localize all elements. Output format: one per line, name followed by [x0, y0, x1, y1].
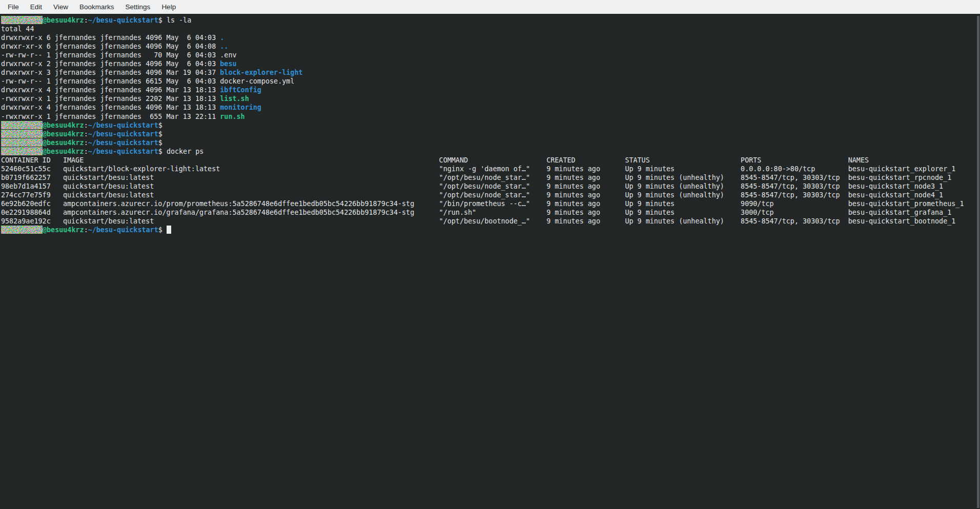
cell-image: quickstart/besu:latest	[63, 191, 439, 199]
command-text: ls -la	[167, 16, 191, 24]
cell-container-id: 52460c51c55c	[1, 165, 63, 173]
cell-ports: 8545-8547/tcp, 30303/tcp	[741, 182, 848, 190]
terminal-line: @besuu4krz:~/besu-quickstart$	[1, 138, 980, 147]
terminal-line: drwxrwxr-x 4 jfernandes jfernandes 4096 …	[1, 86, 980, 94]
prompt-host: @besuu4krz	[43, 226, 84, 234]
prompt-path: ~/besu-quickstart	[88, 148, 158, 155]
cell-ports: 0.0.0.0:80->80/tcp	[741, 165, 848, 173]
terminal-line: @besuu4krz:~/besu-quickstart$	[1, 226, 980, 234]
cell-image: ampcontainers.azurecr.io/prom/prometheus…	[63, 200, 439, 208]
command-text: docker ps	[167, 148, 204, 155]
cell-created: 9 minutes ago	[546, 209, 625, 216]
file-meta: drwxrwxr-x 4 jfernandes jfernandes 4096 …	[1, 86, 220, 94]
cell-names: besu-quickstart_bootnode_1	[848, 217, 956, 225]
file-name: monitoring	[220, 104, 261, 111]
prompt-symbol: $	[158, 148, 167, 155]
col-header: IMAGE	[63, 156, 439, 164]
cell-command: "/opt/besu/node_star…"	[439, 182, 547, 190]
terminal-line: 98eb7d1a4157 quickstart/besu:latest "/op…	[1, 182, 980, 191]
terminal-scrollbar[interactable]	[977, 16, 979, 508]
terminal-line: drwxrwxr-x 2 jfernandes jfernandes 4096 …	[1, 59, 980, 68]
terminal-screen[interactable]: @besuu4krz:~/besu-quickstart$ ls -latota…	[0, 14, 980, 509]
menu-bar: FileEditViewBookmarksSettingsHelp	[0, 0, 980, 14]
cell-status: Up 9 minutes	[625, 200, 741, 208]
cell-command: "/opt/besu/node_star…"	[439, 191, 547, 199]
prompt-symbol: $	[158, 121, 167, 129]
terminal-line: @besuu4krz:~/besu-quickstart$ docker ps	[1, 147, 980, 156]
cell-command: "/opt/besu/bootnode_…"	[439, 217, 547, 225]
prompt-separator: :	[84, 121, 88, 129]
file-meta: drwxrwxr-x 4 jfernandes jfernandes 4096 …	[1, 104, 220, 111]
cell-status: Up 9 minutes (unhealthy)	[625, 174, 741, 181]
file-name: .	[220, 34, 224, 42]
prompt-host: @besuu4krz	[43, 121, 84, 129]
terminal-line: 0e229198864d ampcontainers.azurecr.io/gr…	[1, 208, 980, 217]
menu-item-view[interactable]: View	[48, 0, 74, 14]
terminal-line: @besuu4krz:~/besu-quickstart$	[1, 121, 980, 130]
cell-image: ampcontainers.azurecr.io/grafana/grafana…	[63, 209, 439, 216]
cell-ports: 9090/tcp	[741, 200, 848, 208]
file-name: ibftConfig	[220, 86, 261, 94]
redacted-username	[1, 147, 43, 155]
prompt-symbol: $	[158, 226, 167, 234]
terminal-line: -rw-rw-r-- 1 jfernandes jfernandes 6615 …	[1, 77, 980, 86]
terminal-line: b0719f662257 quickstart/besu:latest "/op…	[1, 173, 980, 182]
cell-command: "/opt/besu/node_star…"	[439, 174, 547, 181]
terminal-line: -rw-rw-r-- 1 jfernandes jfernandes 70 Ma…	[1, 51, 980, 59]
terminal-line: @besuu4krz:~/besu-quickstart$	[1, 130, 980, 138]
prompt-symbol: $	[158, 139, 167, 147]
redacted-username	[1, 130, 43, 138]
terminal-line: total 44	[1, 25, 980, 33]
cell-ports: 8545-8547/tcp, 30303/tcp	[741, 191, 848, 199]
file-meta: -rw-rw-r-- 1 jfernandes jfernandes 6615 …	[1, 77, 220, 85]
file-meta: drwxrwxr-x 3 jfernandes jfernandes 4096 …	[1, 69, 220, 76]
menu-item-settings[interactable]: Settings	[120, 0, 156, 14]
cell-created: 9 minutes ago	[546, 200, 625, 208]
redacted-username	[1, 226, 43, 234]
cell-created: 9 minutes ago	[546, 217, 625, 225]
cell-container-id: 98eb7d1a4157	[1, 182, 63, 190]
prompt-path: ~/besu-quickstart	[88, 226, 158, 234]
ls-total: total 44	[1, 25, 34, 33]
cell-status: Up 9 minutes	[625, 165, 741, 173]
cell-command: "nginx -g 'daemon of…"	[439, 165, 547, 173]
cell-names: besu-quickstart_grafana_1	[848, 209, 952, 216]
terminal-line: drwxrwxr-x 4 jfernandes jfernandes 4096 …	[1, 103, 980, 112]
cell-container-id: 6e92b620edfc	[1, 200, 63, 208]
file-name: block-explorer-light	[220, 69, 302, 76]
file-meta: -rw-rw-r-- 1 jfernandes jfernandes 70 Ma…	[1, 51, 220, 59]
menu-item-file[interactable]: File	[2, 0, 25, 14]
menu-item-help[interactable]: Help	[156, 0, 181, 14]
cell-status: Up 9 minutes (unhealthy)	[625, 182, 741, 190]
file-meta: drwxr-xr-x 6 jfernandes jfernandes 4096 …	[1, 43, 220, 50]
cell-container-id: 274cc77e75f9	[1, 191, 63, 199]
prompt-host: @besuu4krz	[43, 139, 84, 147]
terminal-cursor	[167, 226, 171, 234]
prompt-path: ~/besu-quickstart	[88, 139, 158, 147]
cell-command: "/bin/prometheus --c…"	[439, 200, 547, 208]
menu-item-edit[interactable]: Edit	[25, 0, 48, 14]
menu-item-bookmarks[interactable]: Bookmarks	[74, 0, 120, 14]
terminal-line: drwxr-xr-x 6 jfernandes jfernandes 4096 …	[1, 42, 980, 51]
col-header: COMMAND	[439, 156, 547, 164]
cell-container-id: 9582a9ae192c	[1, 217, 63, 225]
cell-created: 9 minutes ago	[546, 182, 625, 190]
file-meta: drwxrwxr-x 6 jfernandes jfernandes 4096 …	[1, 34, 220, 42]
cell-command: "/run.sh"	[439, 209, 547, 216]
prompt-host: @besuu4krz	[43, 130, 84, 138]
file-meta: -rwxrwxr-x 1 jfernandes jfernandes 2202 …	[1, 95, 220, 103]
cell-container-id: b0719f662257	[1, 174, 63, 181]
terminal-line: drwxrwxr-x 3 jfernandes jfernandes 4096 …	[1, 68, 980, 77]
prompt-symbol: $	[158, 16, 167, 24]
file-meta: drwxrwxr-x 2 jfernandes jfernandes 4096 …	[1, 60, 220, 68]
cell-status: Up 9 minutes (unhealthy)	[625, 217, 741, 225]
file-name: run.sh	[220, 113, 244, 120]
cell-image: quickstart/besu:latest	[63, 217, 439, 225]
terminal-line: 52460c51c55c quickstart/block-explorer-l…	[1, 165, 980, 173]
cell-ports: 3000/tcp	[741, 209, 848, 216]
col-header: CONTAINER ID	[1, 156, 63, 164]
cell-status: Up 9 minutes	[625, 209, 741, 216]
terminal-line: -rwxrwxr-x 1 jfernandes jfernandes 655 M…	[1, 112, 980, 121]
prompt-host: @besuu4krz	[43, 16, 84, 24]
terminal-line: drwxrwxr-x 6 jfernandes jfernandes 4096 …	[1, 33, 980, 42]
